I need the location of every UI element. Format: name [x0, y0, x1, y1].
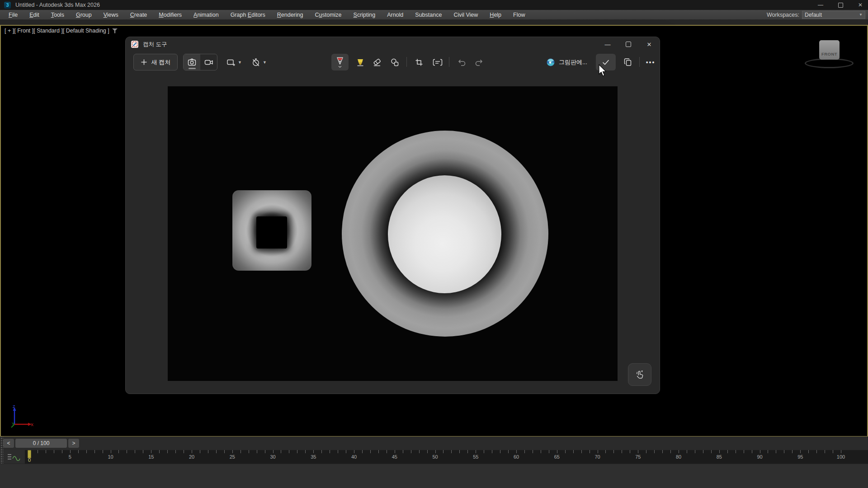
toolbar-separator [406, 57, 407, 67]
menu-item-customize[interactable]: Customize [309, 11, 347, 19]
ballpoint-pen-button[interactable] [331, 54, 349, 70]
see-more-button[interactable]: ••• [642, 54, 659, 70]
close-icon[interactable]: ✕ [856, 1, 864, 9]
menu-item-help[interactable]: Help [484, 11, 507, 19]
menu-item-rendering[interactable]: Rendering [271, 11, 309, 19]
workspaces-value: Default [805, 12, 822, 18]
viewcube-ring[interactable] [805, 58, 854, 68]
menu-item-modifiers[interactable]: Modifiers [153, 11, 188, 19]
menu-item-animation[interactable]: Animation [188, 11, 225, 19]
snip-close-icon[interactable]: ✕ [639, 37, 660, 52]
highlighter-button[interactable] [352, 54, 369, 70]
ruler-tick [800, 450, 801, 453]
toolbar-strip [0, 19, 868, 25]
snip-minimize-icon[interactable]: — [597, 37, 618, 52]
ruler-tick [330, 450, 330, 453]
ruler-tick [387, 450, 387, 453]
text-actions-button[interactable] [429, 54, 446, 70]
dock-grip[interactable] [0, 450, 3, 464]
maximize-icon[interactable] [836, 1, 844, 9]
time-slider-handle[interactable]: 0 / 100 [15, 439, 67, 448]
ruler-tick [151, 450, 151, 453]
ruler-frame-label: 55 [473, 454, 478, 460]
menu-item-edit[interactable]: Edit [24, 11, 45, 19]
ruler-frame-label: 40 [351, 454, 357, 460]
current-frame-label: 0 [28, 457, 31, 463]
ruler-frame-label: 50 [432, 454, 438, 460]
frame-ruler[interactable]: 0510152025303540455055606570758085909510… [25, 450, 868, 464]
chevron-down-icon: ▼ [238, 60, 242, 65]
time-slider-value: 0 / 100 [33, 440, 50, 446]
paint-app-icon [546, 58, 555, 67]
copy-button[interactable] [618, 54, 637, 70]
shapes-button[interactable] [386, 54, 403, 70]
menu-item-civil-view[interactable]: Civil View [448, 11, 484, 19]
video-mode-button[interactable] [200, 54, 217, 70]
ruler-tick [338, 450, 338, 453]
ruler-tick [167, 450, 168, 453]
eraser-button[interactable] [368, 54, 386, 70]
menu-item-substance[interactable]: Substance [409, 11, 448, 19]
ruler-frame-label: 90 [757, 454, 762, 460]
minimize-icon[interactable]: — [816, 1, 825, 9]
undo-icon [457, 58, 466, 67]
ruler-tick [38, 450, 38, 453]
ruler-tick [549, 450, 549, 453]
ruler-tick [573, 450, 574, 453]
ruler-tick [403, 450, 403, 453]
snip-maximize-icon[interactable] [618, 37, 639, 52]
snip-titlebar[interactable]: 캡처 도구 — ✕ [126, 37, 660, 52]
menu-item-views[interactable]: Views [98, 11, 124, 19]
plus-icon [141, 59, 147, 66]
viewcube-label: FRONT [821, 52, 837, 56]
menu-item-group[interactable]: Group [70, 11, 98, 19]
ruler-tick [484, 450, 484, 453]
snip-delay-dropdown[interactable]: ▼ [250, 54, 269, 70]
next-frame-button[interactable]: > [68, 439, 79, 448]
ruler-frame-label: 15 [148, 454, 154, 460]
touch-writing-button[interactable] [628, 363, 651, 386]
max-menubar: FileEditToolsGroupViewsCreateModifiersAn… [0, 10, 868, 20]
ruler-tick [476, 450, 476, 453]
snip-shape-dropdown[interactable]: ▼ [225, 54, 244, 70]
menu-item-tools[interactable]: Tools [45, 11, 70, 19]
ruler-tick [305, 450, 306, 453]
new-capture-button[interactable]: 새 캡처 [133, 54, 178, 70]
menu-item-arnold[interactable]: Arnold [381, 11, 409, 19]
menu-item-graph-editors[interactable]: Graph Editors [225, 11, 271, 19]
undo-button[interactable] [453, 54, 470, 70]
photo-mode-button[interactable] [184, 54, 200, 70]
redo-button[interactable] [471, 54, 488, 70]
menu-item-flow[interactable]: Flow [507, 11, 531, 19]
previous-frame-button[interactable]: < [3, 439, 14, 448]
viewcube[interactable]: FRONT [805, 38, 854, 70]
ruler-tick [719, 450, 720, 453]
edit-in-paint-button[interactable]: 그림판에... [546, 54, 587, 70]
ruler-tick [378, 450, 379, 453]
viewport-label[interactable]: [ + ][ Front ][ Standard ][ Default Shad… [5, 28, 118, 34]
ruler-tick [224, 450, 225, 453]
crop-button[interactable] [410, 54, 428, 70]
mini-curve-editor-button[interactable] [5, 451, 24, 462]
ruler-tick [524, 450, 525, 453]
viewcube-front-face[interactable]: FRONT [819, 40, 840, 60]
ruler-tick [94, 450, 95, 453]
menu-item-create[interactable]: Create [124, 11, 153, 19]
render-sphere [388, 175, 501, 293]
ruler-tick [62, 450, 62, 453]
ruler-tick [613, 450, 614, 453]
ruler-tick [175, 450, 176, 453]
dock-grip[interactable] [0, 436, 3, 450]
ruler-tick [557, 450, 557, 453]
ruler-tick [273, 450, 274, 453]
menu-items: FileEditToolsGroupViewsCreateModifiersAn… [0, 11, 531, 19]
ruler-tick [192, 450, 192, 453]
ruler-tick [118, 450, 119, 453]
ruler-tick [216, 450, 217, 453]
menu-item-file[interactable]: File [3, 11, 24, 19]
filter-funnel-icon[interactable] [112, 28, 118, 33]
ruler-tick [711, 450, 712, 453]
workspaces-dropdown[interactable]: Default ▼ [802, 11, 865, 19]
menu-item-scripting[interactable]: Scripting [348, 11, 382, 19]
ruler-tick [321, 450, 322, 453]
